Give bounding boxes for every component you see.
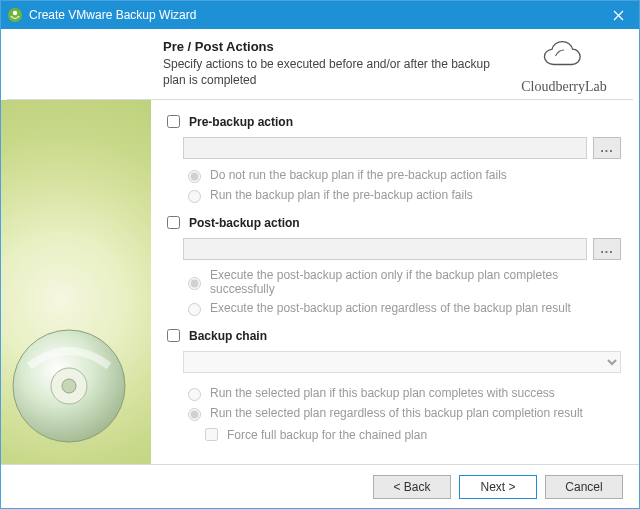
pre-backup-browse-button[interactable]: ... [593,137,621,159]
chain-opt-success-radio[interactable] [188,388,201,401]
close-button[interactable] [597,1,639,29]
close-icon [613,10,624,21]
pre-opt-no-run-radio[interactable] [188,170,201,183]
window-title: Create VMware Backup Wizard [29,8,597,22]
brand-name: CloudberryLab [509,79,619,95]
chain-section: Backup chain [163,326,621,345]
post-opt-always-label: Execute the post-backup action regardles… [210,301,571,315]
page-subtitle: Specify actions to be executed before an… [163,56,493,88]
pre-backup-label[interactable]: Pre-backup action [189,115,293,129]
pre-opt-no-run-label: Do not run the backup plan if the pre-ba… [210,168,507,182]
svg-point-4 [62,379,76,393]
wizard-sidebar [1,100,151,464]
wizard-window: Create VMware Backup Wizard Pre / Post A… [0,0,640,509]
chain-plan-select[interactable] [183,351,621,373]
pre-backup-sub: ... Do not run the backup plan if the pr… [183,137,621,203]
cloud-icon [537,39,591,73]
page-title: Pre / Post Actions [163,39,509,54]
post-backup-browse-button[interactable]: ... [593,238,621,260]
pre-backup-path-input[interactable] [183,137,587,159]
wizard-footer: < Back Next > Cancel [1,464,639,508]
chain-checkbox[interactable] [167,329,180,342]
cancel-button[interactable]: Cancel [545,475,623,499]
next-button[interactable]: Next > [459,475,537,499]
post-opt-always-radio[interactable] [188,303,201,316]
chain-label[interactable]: Backup chain [189,329,267,343]
post-backup-checkbox[interactable] [167,216,180,229]
wizard-header: Pre / Post Actions Specify actions to be… [1,29,639,99]
pre-backup-checkbox[interactable] [167,115,180,128]
chain-force-full-label: Force full backup for the chained plan [227,428,427,442]
wizard-body: Pre / Post Actions Specify actions to be… [1,29,639,508]
post-opt-success-label: Execute the post-backup action only if t… [210,268,621,296]
svg-point-1 [13,11,17,15]
post-backup-section: Post-backup action [163,213,621,232]
post-backup-sub: ... Execute the post-backup action only … [183,238,621,316]
app-icon [7,7,23,23]
chain-opt-always-label: Run the selected plan regardless of this… [210,406,583,420]
chain-sub: Run the selected plan if this backup pla… [183,351,621,444]
brand-logo: CloudberryLab [509,39,619,95]
pre-opt-run-radio[interactable] [188,190,201,203]
back-button[interactable]: < Back [373,475,451,499]
chain-force-full-checkbox[interactable] [205,428,218,441]
pre-backup-section: Pre-backup action [163,112,621,131]
chain-opt-success-label: Run the selected plan if this backup pla… [210,386,555,400]
post-backup-path-input[interactable] [183,238,587,260]
disc-icon [9,326,129,446]
titlebar: Create VMware Backup Wizard [1,1,639,29]
main-panel: Pre-backup action ... Do not run the bac… [151,100,639,464]
pre-opt-run-label: Run the backup plan if the pre-backup ac… [210,188,473,202]
header-text: Pre / Post Actions Specify actions to be… [163,39,509,88]
content: Pre-backup action ... Do not run the bac… [1,100,639,464]
chain-opt-always-radio[interactable] [188,408,201,421]
post-backup-label[interactable]: Post-backup action [189,216,300,230]
post-opt-success-radio[interactable] [188,277,201,290]
